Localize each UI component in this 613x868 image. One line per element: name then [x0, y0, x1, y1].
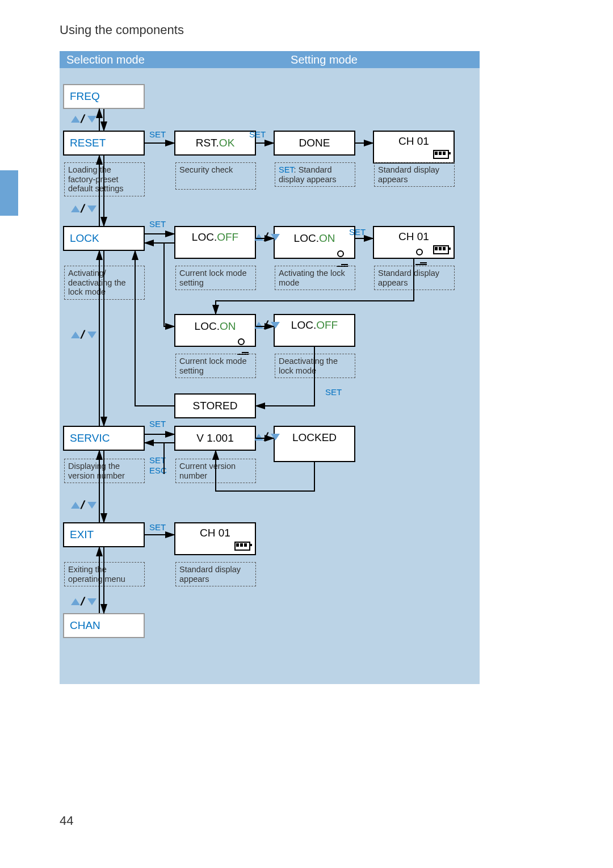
caption-done: SET: Standard display appears	[275, 162, 355, 187]
nav-icon: /	[254, 430, 280, 443]
caption-std-c: Standard display appears	[175, 562, 256, 586]
caption-lock: Activating/ deactivating the lock mode	[64, 266, 145, 300]
caption-std-a: Standard display appears	[374, 162, 455, 187]
caption-lock-deact: Deactivating the lock mode	[275, 354, 355, 378]
selection-mode-header: Selection mode	[60, 51, 169, 68]
label-set: SET	[149, 129, 166, 139]
menu-reset: RESET	[63, 131, 145, 156]
nav-icon: /	[254, 230, 280, 244]
caption-servic: Displaying the version number	[64, 459, 145, 483]
battery-icon	[433, 150, 449, 159]
caption-exit: Exiting the operating menu	[64, 562, 145, 586]
state-ch01-c: CH 01	[174, 522, 256, 555]
state-stored: STORED	[174, 393, 256, 418]
state-loc-off-a: LOC.OFF	[174, 226, 256, 259]
menu-servic: SERVIC	[63, 426, 145, 451]
nav-icon: /	[71, 202, 96, 215]
key-icon	[238, 335, 250, 341]
battery-icon	[433, 245, 449, 254]
caption-version: Current version number	[175, 459, 256, 483]
nav-icon: /	[71, 595, 96, 608]
state-loc-on-a: LOC.ON	[274, 226, 355, 259]
state-version: V 1.001	[174, 426, 256, 451]
menu-freq: FREQ	[63, 84, 145, 109]
state-rst-ok: RST.OK	[174, 131, 256, 156]
state-loc-off-b: LOC.OFF	[274, 314, 355, 347]
page-title: Using the components	[60, 23, 184, 37]
caption-reset: Loading the factory-preset default setti…	[64, 162, 145, 196]
caption-lock-act: Activating the lock mode	[275, 266, 355, 290]
caption-security: Security check	[175, 162, 256, 190]
label-set: SET	[149, 219, 166, 229]
page-number: 44	[60, 814, 73, 828]
caption-lock-cur-b: Current lock mode setting	[175, 354, 256, 378]
label-set: SET	[349, 227, 366, 237]
nav-icon: /	[254, 318, 280, 332]
menu-flow-diagram: Selection mode Setting mode FREQ / RESET…	[60, 51, 480, 684]
menu-chan: CHAN	[63, 613, 145, 638]
label-esc: ESC	[149, 466, 167, 475]
label-set: SET	[325, 387, 342, 397]
label-set: SET	[149, 419, 166, 429]
section-tab	[0, 170, 18, 216]
key-icon	[337, 247, 350, 253]
label-set: SET	[149, 455, 166, 465]
caption-lock-cur: Current lock mode setting	[175, 266, 256, 290]
menu-exit: EXIT	[63, 522, 145, 547]
key-icon	[416, 245, 429, 251]
state-locked: LOCKED	[274, 426, 355, 462]
state-ch01-b: CH 01	[373, 226, 455, 259]
caption-std-b: Standard display appears	[374, 266, 455, 290]
state-loc-on-b: LOC.ON	[174, 314, 256, 347]
label-set: SET	[149, 522, 166, 532]
nav-icon: /	[71, 112, 96, 125]
menu-lock: LOCK	[63, 226, 145, 251]
page: Using the components Selection mode Sett…	[0, 0, 613, 868]
battery-icon	[234, 542, 250, 551]
nav-icon: /	[71, 328, 96, 341]
state-done: DONE	[274, 131, 355, 156]
setting-mode-header: Setting mode	[169, 51, 480, 68]
label-set: SET	[249, 129, 266, 139]
state-ch01-a: CH 01	[373, 131, 455, 163]
nav-icon: /	[71, 498, 96, 511]
